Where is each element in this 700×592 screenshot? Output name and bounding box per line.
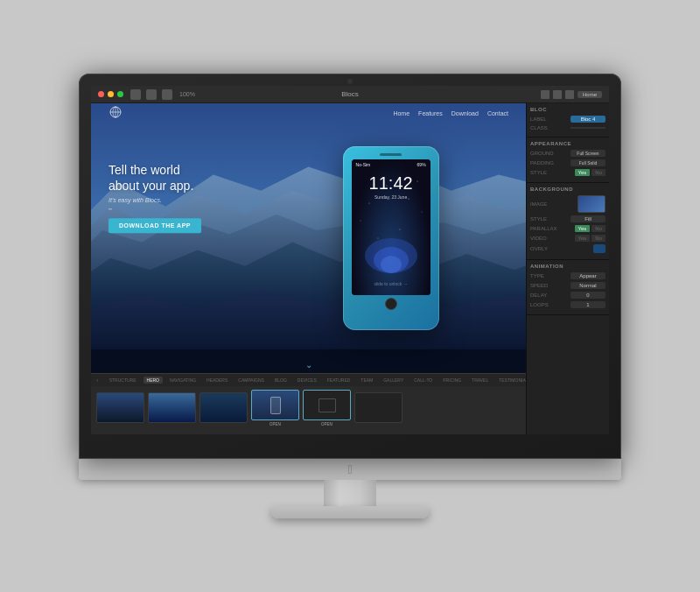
class-value[interactable] bbox=[570, 127, 606, 129]
anim-type-value[interactable]: Appear bbox=[570, 272, 606, 279]
download-app-button[interactable]: DOWNLOAD THE APP bbox=[108, 218, 201, 233]
padding-label: PADDING bbox=[530, 160, 554, 166]
small-phone-icon bbox=[270, 397, 281, 414]
toggle-yes[interactable]: Yes bbox=[575, 169, 591, 176]
bg-overlay-row: OVRLY bbox=[530, 244, 606, 253]
minimize-button[interactable] bbox=[108, 91, 114, 97]
layout-icon[interactable] bbox=[553, 90, 562, 99]
anim-speed-row: SPEED Normal bbox=[530, 282, 606, 289]
tab-devices[interactable]: DEVICES bbox=[294, 377, 320, 384]
anim-loops-row: LOOPS 1 bbox=[530, 301, 606, 308]
thumb-img-1 bbox=[96, 392, 144, 423]
tool-icon-2[interactable] bbox=[146, 89, 157, 100]
bg-style-row: STYLE Fill bbox=[530, 215, 606, 222]
website-preview[interactable]: Home Features Download Contact Tell the … bbox=[91, 103, 526, 373]
imac-stand-neck bbox=[324, 480, 376, 506]
thumb-item-6[interactable] bbox=[354, 392, 402, 425]
website-nav-links: Home Features Download Contact bbox=[393, 110, 508, 116]
anim-speed-value[interactable]: Normal bbox=[570, 282, 606, 289]
video-yes[interactable]: Yes bbox=[575, 235, 591, 242]
background-title: BACKGROUND bbox=[530, 187, 606, 192]
tab-navigating[interactable]: NAVIGATING bbox=[166, 377, 200, 384]
home-button[interactable]: Home bbox=[578, 91, 602, 98]
tab-team[interactable]: TEAM bbox=[357, 377, 376, 384]
mountain-background bbox=[91, 103, 526, 373]
animation-section: ANIMATION TYPE Appear SPEED Normal DELAY… bbox=[527, 260, 609, 315]
bg-style-value[interactable]: Fill bbox=[570, 215, 606, 222]
thumb-item-2[interactable] bbox=[148, 392, 196, 425]
phone-screen: No-Sim 69% 11:42 Sunday, 23 June slide t… bbox=[352, 159, 430, 295]
tool-icon-1[interactable] bbox=[130, 89, 141, 100]
nav-contact[interactable]: Contact bbox=[487, 110, 508, 116]
style-row: STYLE Yes No bbox=[530, 169, 606, 176]
label-label: LABEL bbox=[530, 116, 547, 122]
thumb-item-5[interactable]: OPEN bbox=[303, 390, 351, 426]
hero-subtitle: It's easy with Blocs. bbox=[108, 197, 201, 203]
toggle-no[interactable]: No bbox=[592, 169, 606, 176]
maximize-button[interactable] bbox=[117, 91, 123, 97]
overlay-swatch[interactable] bbox=[593, 244, 606, 253]
svg-point-18 bbox=[421, 212, 422, 213]
tab-structure[interactable]: STRUCTURE bbox=[106, 377, 140, 384]
website-logo bbox=[108, 105, 122, 121]
thumb-item-1[interactable] bbox=[96, 392, 144, 425]
class-label: CLASS bbox=[530, 125, 548, 130]
phone-frame: No-Sim 69% 11:42 Sunday, 23 June slide t… bbox=[343, 146, 439, 330]
nav-home[interactable]: Home bbox=[393, 110, 410, 116]
thumb-item-4[interactable]: OPEN bbox=[251, 390, 299, 426]
anim-delay-row: DELAY 0 bbox=[530, 292, 606, 299]
tab-callto[interactable]: CALL-TO bbox=[410, 377, 436, 384]
tab-pricing[interactable]: PRICING bbox=[439, 377, 465, 384]
zoom-indicator: 100% bbox=[179, 91, 195, 97]
app-body: Home Features Download Contact Tell the … bbox=[91, 103, 609, 434]
hero-content: Tell the world about your app. It's easy… bbox=[108, 162, 201, 233]
tab-featured[interactable]: FEATURED bbox=[324, 377, 354, 384]
tab-gallery[interactable]: GALLERY bbox=[380, 377, 407, 384]
website-nav: Home Features Download Contact bbox=[91, 103, 526, 123]
thumb-item-3[interactable] bbox=[200, 392, 248, 425]
bg-overlay-label: OVRLY bbox=[530, 246, 548, 251]
bg-image-label: IMAGE bbox=[530, 201, 547, 207]
imac-chin:  bbox=[79, 459, 621, 480]
bg-image-preview[interactable] bbox=[578, 195, 606, 213]
nav-features[interactable]: Features bbox=[418, 110, 443, 116]
titlebar-tools: 100% bbox=[130, 89, 541, 100]
bg-video-label: VIDEO bbox=[530, 236, 547, 241]
thumb-img-2 bbox=[148, 392, 196, 423]
padding-value[interactable]: Full Solid bbox=[570, 159, 606, 166]
video-no[interactable]: No bbox=[592, 235, 606, 242]
ground-value[interactable]: Full Screen bbox=[570, 150, 606, 157]
strip-nav-left[interactable]: ‹ bbox=[96, 377, 99, 384]
close-button[interactable] bbox=[98, 91, 104, 97]
parallax-no[interactable]: No bbox=[592, 225, 606, 232]
bg-style-label: STYLE bbox=[530, 216, 547, 222]
anim-type-row: TYPE Appear bbox=[530, 272, 606, 279]
style-toggle[interactable]: Yes No bbox=[575, 169, 606, 176]
view-icon[interactable] bbox=[541, 90, 550, 99]
anim-delay-value[interactable]: 0 bbox=[570, 292, 606, 299]
bloc-section-title: BLOC bbox=[530, 107, 606, 112]
nav-download[interactable]: Download bbox=[452, 110, 479, 116]
imac-wrapper: 100% Blocs Home bbox=[79, 74, 621, 518]
tab-headers[interactable]: HEADERS bbox=[203, 377, 231, 384]
tab-travel[interactable]: TRAVEL bbox=[468, 377, 492, 384]
video-toggle[interactable]: Yes No bbox=[575, 235, 606, 242]
tab-blog[interactable]: BLOG bbox=[271, 377, 290, 384]
anim-loops-value[interactable]: 1 bbox=[570, 301, 606, 308]
svg-point-17 bbox=[399, 229, 400, 230]
add-icon[interactable] bbox=[565, 90, 574, 99]
svg-point-16 bbox=[377, 238, 378, 239]
bloc-label-row: LABEL Bloc 4 bbox=[530, 116, 606, 123]
tab-testimonial[interactable]: TESTIMONIAL bbox=[495, 377, 526, 384]
tab-hero[interactable]: HERO bbox=[144, 377, 163, 384]
thumb-img-4 bbox=[251, 390, 299, 420]
main-area: Home Features Download Contact Tell the … bbox=[91, 103, 526, 434]
svg-point-11 bbox=[368, 203, 369, 204]
bloc-section: BLOC LABEL Bloc 4 CLASS bbox=[527, 103, 609, 137]
parallax-toggle[interactable]: Yes No bbox=[575, 225, 606, 232]
thumb-img-3 bbox=[200, 392, 248, 423]
parallax-yes[interactable]: Yes bbox=[575, 225, 591, 232]
tab-campaigns[interactable]: CAMPAIGNS bbox=[234, 377, 268, 384]
label-value[interactable]: Bloc 4 bbox=[570, 116, 606, 123]
tool-icon-3[interactable] bbox=[162, 89, 172, 100]
